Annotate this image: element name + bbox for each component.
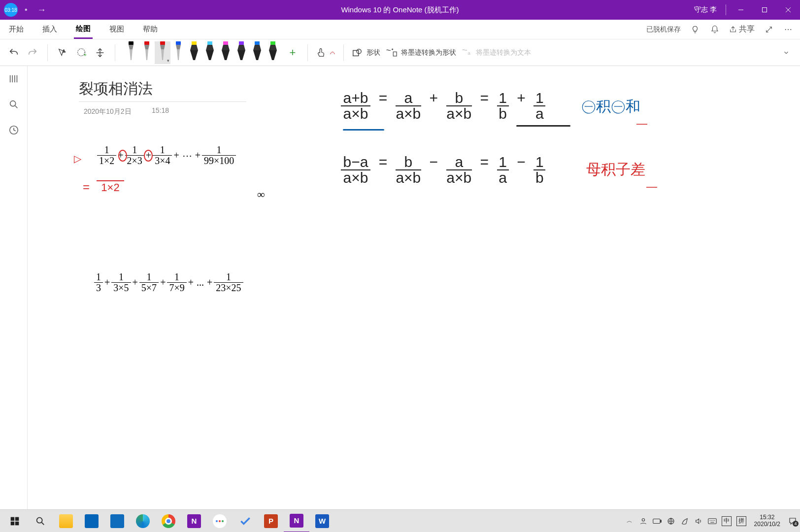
svg-rect-44 (15, 517, 19, 521)
tab-home[interactable]: 开始 (7, 21, 26, 38)
pen-2[interactable]: ▾ (155, 41, 170, 64)
todo-app[interactable] (233, 510, 258, 532)
shapes-button[interactable]: 形状 (352, 47, 380, 58)
share-button[interactable]: 共享 (729, 24, 755, 35)
assistant-app[interactable] (207, 510, 233, 532)
people-icon[interactable] (639, 517, 648, 526)
page-time[interactable]: 15:18 (152, 106, 169, 114)
pen-tray-icon[interactable] (680, 517, 689, 526)
svg-rect-10 (144, 41, 149, 45)
powerpoint-app[interactable]: P (258, 510, 284, 532)
edge-app[interactable] (130, 510, 156, 532)
onenote-app[interactable]: N (284, 510, 309, 532)
action-center-icon[interactable]: 4 (788, 517, 797, 526)
svg-marker-8 (129, 45, 133, 49)
ribbon-expand-button[interactable] (779, 46, 793, 60)
space-button[interactable] (93, 46, 107, 60)
tab-draw[interactable]: 绘图 (74, 20, 93, 39)
svg-marker-9 (130, 49, 133, 60)
sync-badge[interactable]: 03:18 (4, 3, 18, 17)
pen-0[interactable] (123, 41, 139, 64)
undo-button[interactable] (7, 46, 21, 60)
start-button[interactable] (2, 510, 28, 532)
pen-6[interactable] (218, 41, 233, 64)
recent-icon[interactable] (8, 124, 20, 136)
svg-rect-34 (270, 41, 275, 45)
forward-arrow-icon[interactable]: → (34, 5, 49, 15)
separator (115, 44, 115, 61)
handwriting-line-2: b−aa×b = ba×b − aa×b = 1a − 1b (341, 154, 545, 185)
bell-icon[interactable] (709, 24, 720, 35)
pen-4[interactable] (186, 41, 202, 64)
username[interactable]: 守志 李 (694, 5, 723, 14)
note-red-sub: — (636, 117, 647, 130)
svg-point-48 (642, 518, 644, 521)
search-icon[interactable] (8, 99, 20, 110)
keyboard-icon[interactable] (708, 517, 717, 526)
ink-to-text-label: 将墨迹转换为文本 (476, 48, 531, 57)
lasso-button[interactable]: + (74, 46, 88, 60)
sync-status: 已脱机保存 (646, 25, 681, 34)
svg-marker-20 (190, 45, 198, 50)
touch-draw-button[interactable] (316, 47, 335, 58)
tray-chevron-icon[interactable]: ︿ (625, 517, 634, 526)
separator (307, 44, 308, 61)
pen-1[interactable] (139, 41, 155, 64)
pen-5[interactable] (202, 41, 218, 64)
lightbulb-icon[interactable] (690, 24, 700, 35)
chrome-app[interactable] (156, 510, 181, 532)
page-title[interactable]: 裂项相消法 (79, 79, 153, 99)
tab-view[interactable]: 视图 (107, 21, 126, 38)
fullscreen-icon[interactable] (764, 24, 774, 35)
more-icon[interactable]: ⋯ (783, 24, 794, 35)
svg-rect-16 (176, 41, 181, 45)
ink-to-shape-button[interactable]: 将墨迹转换为形状 (385, 47, 456, 58)
tab-help[interactable]: 帮助 (141, 21, 160, 38)
svg-marker-30 (237, 50, 245, 60)
calendar-app[interactable] (79, 510, 104, 532)
hand-fraction: 1×2 (97, 172, 124, 194)
separator (726, 4, 726, 15)
svg-marker-18 (177, 49, 180, 60)
svg-marker-29 (237, 45, 245, 50)
expression-1: 11×2+12×3+13×4+⋯+199×100 (97, 145, 236, 166)
separator (343, 44, 344, 61)
network-icon[interactable] (667, 517, 675, 526)
redo-button[interactable] (26, 46, 39, 60)
tray-battery-icon[interactable] (653, 517, 662, 526)
ime-mode[interactable]: 拼 (736, 516, 746, 526)
window-title: Windows 10 的 OneNote (脱机工作) (341, 5, 459, 15)
underline-black (516, 125, 570, 127)
menubar: 开始 插入 绘图 视图 帮助 已脱机保存 共享 ⋯ (0, 20, 800, 39)
close-button[interactable] (776, 0, 800, 20)
tab-insert[interactable]: 插入 (40, 21, 59, 38)
clock[interactable]: 15:32 2020/10/2 (751, 514, 783, 528)
pen-7[interactable] (233, 41, 249, 64)
add-pen-button[interactable]: + (286, 46, 300, 60)
volume-icon[interactable] (694, 517, 703, 526)
ime-lang[interactable]: 中 (722, 516, 732, 526)
note-canvas[interactable]: 裂项相消法 2020年10月2日 15:18 ▷ 11×2+12×3+13×4+… (28, 66, 800, 509)
maximize-button[interactable] (753, 0, 776, 20)
svg-rect-1 (763, 8, 767, 12)
onenote2016-app[interactable]: N (181, 510, 207, 532)
notebooks-icon[interactable] (8, 73, 20, 85)
svg-rect-46 (15, 521, 19, 525)
svg-text:a: a (468, 50, 471, 55)
pen-8[interactable] (249, 41, 265, 64)
page-date[interactable]: 2020年10月2日 (84, 107, 132, 116)
svg-marker-15 (161, 49, 164, 60)
note-blue: ㊀积㊀和 (581, 97, 640, 117)
explorer-app[interactable] (53, 510, 79, 532)
word-app[interactable]: W (309, 510, 335, 532)
share-label: 共享 (739, 24, 755, 34)
handwriting-line-1: a+ba×b = aa×b + ba×b = 1b + 1a (341, 90, 545, 121)
minimize-button[interactable] (729, 0, 753, 20)
pen-9[interactable] (265, 41, 281, 64)
svg-point-41 (10, 101, 15, 106)
select-text-button[interactable]: A (56, 46, 69, 60)
svg-rect-50 (660, 520, 661, 522)
mail-app[interactable] (104, 510, 130, 532)
search-button[interactable] (28, 510, 53, 532)
pen-3[interactable] (170, 41, 186, 64)
